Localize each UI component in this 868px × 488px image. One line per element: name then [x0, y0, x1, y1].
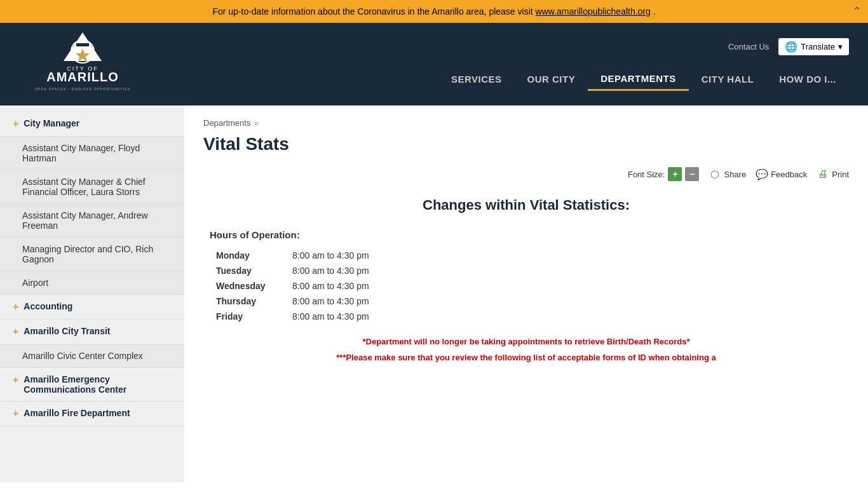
hours-table: Monday 8:00 am to 4:30 pm Tuesday 8:00 a… [210, 248, 527, 324]
share-button[interactable]: ⬡ Share [709, 168, 746, 180]
page-body: + City Manager Assistant City Manager, F… [0, 105, 868, 482]
share-label: Share [724, 170, 746, 179]
hours-friday: 8:00 am to 4:30 pm [286, 309, 527, 324]
header: CITY OF AMARILLO OPEN SPACES • ENDLESS O… [0, 23, 868, 105]
sidebar-item-fire-dept[interactable]: + Amarillo Fire Department [0, 402, 184, 426]
font-size-controls: Font Size: + − [628, 167, 700, 181]
content-area: Changes within Vital Statistics: Hours o… [203, 197, 849, 362]
alert-text: For up-to-date information about the Cor… [212, 6, 535, 17]
contact-us-link[interactable]: Contact Us [728, 42, 769, 51]
sidebar-label: Amarillo City Transit [24, 326, 110, 336]
sidebar-label: Amarillo Civic Center Complex [22, 351, 143, 361]
info-text: ***Please make sure that you review the … [210, 353, 843, 362]
sidebar-label: Assistant City Manager & Chief Financial… [22, 177, 175, 197]
table-row: Friday 8:00 am to 4:30 pm [210, 309, 527, 324]
svg-text:AMARILLO: AMARILLO [46, 70, 119, 84]
nav-services[interactable]: SERVICES [438, 69, 515, 90]
breadcrumb-separator: » [254, 118, 258, 128]
hours-label: Hours of Operation: [210, 229, 843, 240]
hours-wednesday: 8:00 am to 4:30 pm [286, 278, 527, 294]
feedback-label: Feedback [771, 170, 807, 179]
translate-chevron-icon: ▾ [838, 42, 843, 51]
sidebar-label: Managing Director and CIO, Rich Gagnon [22, 244, 175, 264]
print-button[interactable]: 🖨 Print [817, 168, 849, 180]
plus-icon: + [13, 408, 18, 419]
sidebar-item-civic-center[interactable]: Amarillo Civic Center Complex [0, 344, 184, 368]
share-icon: ⬡ [709, 168, 721, 180]
sidebar-item-city-transit[interactable]: + Amarillo City Transit [0, 320, 184, 344]
day-wednesday: Wednesday [210, 278, 286, 294]
sidebar-item-laura-storrs[interactable]: Assistant City Manager & Chief Financial… [0, 170, 184, 204]
table-row: Tuesday 8:00 am to 4:30 pm [210, 263, 527, 278]
day-thursday: Thursday [210, 294, 286, 309]
breadcrumb: Departments » [203, 118, 849, 128]
translate-label: Translate [801, 42, 835, 51]
font-size-label: Font Size: [628, 170, 665, 179]
warning-text: *Department will no longer be taking app… [210, 337, 843, 346]
sidebar-item-airport[interactable]: Airport [0, 271, 184, 295]
svg-text:OPEN SPACES • ENDLESS OPPORTUN: OPEN SPACES • ENDLESS OPPORTUNITIES [34, 87, 130, 91]
sidebar-item-emergency-comms[interactable]: + Amarillo Emergency Communications Cent… [0, 368, 184, 402]
main-content: Departments » Vital Stats Font Size: + −… [184, 105, 868, 482]
toolbar: Font Size: + − ⬡ Share 💬 Feedback 🖨 Prin… [203, 167, 849, 181]
font-decrease-button[interactable]: − [685, 167, 699, 181]
sidebar-label: Assistant City Manager, Floyd Hartman [22, 143, 175, 163]
section-title: Changes within Vital Statistics: [210, 197, 843, 214]
plus-icon: + [13, 326, 18, 337]
day-tuesday: Tuesday [210, 263, 286, 278]
page-title: Vital Stats [203, 134, 849, 154]
hours-tuesday: 8:00 am to 4:30 pm [286, 263, 527, 278]
nav-our-city[interactable]: OUR CITY [515, 69, 588, 90]
sidebar-item-accounting[interactable]: + Accounting [0, 295, 184, 320]
hours-section: Hours of Operation: Monday 8:00 am to 4:… [210, 229, 843, 324]
header-top-links: Contact Us 🌐 Translate ▾ [728, 38, 849, 55]
sidebar-item-andrew-freeman[interactable]: Assistant City Manager, Andrew Freeman [0, 204, 184, 238]
font-increase-button[interactable]: + [668, 167, 682, 181]
main-nav: SERVICES OUR CITY DEPARTMENTS CITY HALL … [438, 68, 849, 91]
sidebar-label: Assistant City Manager, Andrew Freeman [22, 210, 175, 231]
plus-icon: + [13, 374, 18, 386]
sidebar-item-floyd-hartman[interactable]: Assistant City Manager, Floyd Hartman [0, 137, 184, 170]
table-row: Monday 8:00 am to 4:30 pm [210, 248, 527, 263]
alert-suffix: . [653, 6, 656, 17]
feedback-icon: 💬 [756, 168, 768, 180]
sidebar-item-rich-gagnon[interactable]: Managing Director and CIO, Rich Gagnon [0, 238, 184, 271]
translate-flag-icon: 🌐 [785, 41, 797, 53]
breadcrumb-link[interactable]: Departments [203, 118, 250, 128]
day-monday: Monday [210, 248, 286, 263]
print-icon: 🖨 [817, 168, 829, 180]
nav-how-do-i[interactable]: HOW DO I... [766, 69, 849, 90]
svg-rect-1 [76, 43, 89, 46]
feedback-button[interactable]: 💬 Feedback [756, 168, 807, 180]
table-row: Thursday 8:00 am to 4:30 pm [210, 294, 527, 309]
sidebar-label: Airport [22, 278, 48, 288]
table-row: Wednesday 8:00 am to 4:30 pm [210, 278, 527, 294]
logo-area[interactable]: CITY OF AMARILLO OPEN SPACES • ENDLESS O… [19, 29, 146, 99]
nav-city-hall[interactable]: CITY HALL [689, 69, 767, 90]
alert-bar: For up-to-date information about the Cor… [0, 0, 868, 23]
alert-link[interactable]: www.amarillopublichealth.org [536, 6, 651, 17]
plus-icon: + [13, 301, 18, 313]
sidebar-label: City Manager [24, 118, 79, 128]
sidebar-label: Amarillo Emergency Communications Center [24, 374, 175, 395]
header-right: Contact Us 🌐 Translate ▾ SERVICES OUR CI… [438, 38, 849, 91]
sidebar-label: Amarillo Fire Department [24, 408, 130, 418]
plus-icon: + [13, 118, 18, 130]
sidebar: + City Manager Assistant City Manager, F… [0, 105, 184, 482]
hours-thursday: 8:00 am to 4:30 pm [286, 294, 527, 309]
day-friday: Friday [210, 309, 286, 324]
alert-collapse-button[interactable]: ⌃ [852, 4, 862, 18]
print-label: Print [832, 170, 849, 179]
sidebar-label: Accounting [24, 301, 72, 311]
nav-departments[interactable]: DEPARTMENTS [588, 68, 689, 91]
logo-image: CITY OF AMARILLO OPEN SPACES • ENDLESS O… [19, 29, 146, 99]
translate-button[interactable]: 🌐 Translate ▾ [778, 38, 849, 55]
hours-monday: 8:00 am to 4:30 pm [286, 248, 527, 263]
sidebar-item-city-manager[interactable]: + City Manager [0, 112, 184, 137]
